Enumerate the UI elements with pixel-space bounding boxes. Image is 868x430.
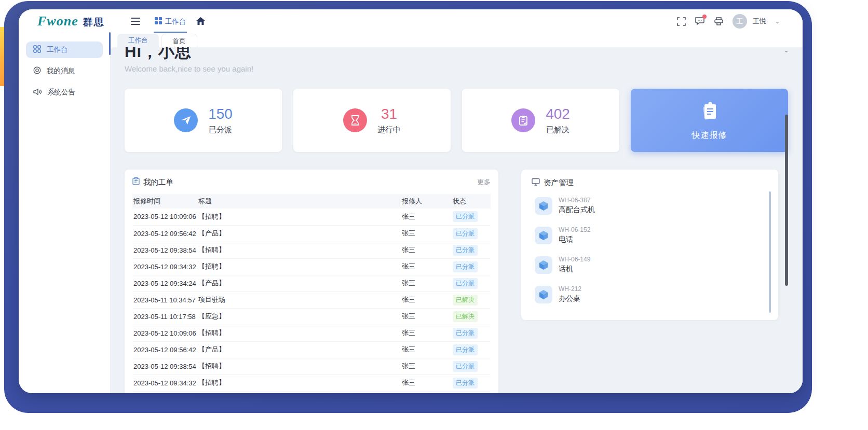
asset-list-item[interactable]: WH-06-152 电话: [528, 220, 771, 250]
asset-code: WH-212: [559, 285, 581, 293]
cube-icon: [535, 256, 552, 274]
asset-code: WH-06-152: [559, 226, 590, 233]
quick-repair-label: 快速报修: [692, 130, 727, 141]
order-time: 2023-05-12 09:34:32: [132, 258, 197, 275]
sidebar-item-label: 我的消息: [47, 66, 75, 76]
asset-code: WH-06-149: [559, 256, 590, 263]
stat-card-resolved[interactable]: 402 已解决: [462, 89, 619, 152]
order-time: 2023-05-12 09:38:54: [132, 242, 197, 258]
clipboard-icon: [132, 177, 140, 187]
main-scrollbar[interactable]: [785, 115, 788, 286]
order-time: 2023-05-12 09:56:42: [132, 341, 197, 358]
avatar-initial: 王: [736, 17, 743, 26]
table-row[interactable]: 2023-05-11 10:17:58 【应急】 张三 已解决: [132, 308, 491, 325]
hamburger-icon[interactable]: [131, 18, 140, 25]
header-right-cluster: 王 王悦 ⌄: [677, 14, 780, 29]
sidebar-item-messages[interactable]: 我的消息: [26, 63, 103, 79]
table-row[interactable]: 2023-05-12 09:38:54 【招聘】 张三 已分派: [132, 358, 491, 374]
order-reporter: 张三: [401, 358, 452, 374]
order-reporter: 张三: [401, 225, 452, 242]
order-reporter: 张三: [401, 292, 452, 308]
order-title: 【招聘】: [197, 258, 401, 275]
status-badge: 已解决: [453, 311, 478, 322]
status-badge: 已分派: [453, 211, 478, 222]
assets-title: 资产管理: [544, 178, 574, 188]
brand-logo-en: Fwone: [37, 13, 78, 29]
cube-icon: [535, 227, 552, 244]
col-reporter: 报修人: [401, 194, 452, 209]
username-label[interactable]: 王悦: [753, 17, 766, 26]
order-time: 2023-05-12 09:34:24: [132, 275, 197, 292]
table-row[interactable]: 2023-05-12 09:34:24 【产品】 张三 已分派: [132, 391, 491, 393]
order-reporter: 张三: [401, 209, 452, 225]
chevron-down-icon[interactable]: ⌄: [783, 47, 789, 54]
order-title: 【应急】: [197, 308, 401, 325]
asset-name: 高配台式机: [559, 205, 595, 215]
grid-icon: [33, 45, 41, 54]
asset-list-item[interactable]: WH-212 办公桌: [528, 280, 771, 309]
work-order-rows: 2023-05-12 10:09:06 【招聘】 张三 已分派 2023-05-…: [132, 209, 491, 393]
table-row[interactable]: 2023-05-12 09:34:32 【招聘】 张三 已分派: [132, 258, 491, 275]
table-header-row: 报修时间 标题 报修人 状态: [132, 194, 491, 209]
repair-note-icon: [699, 100, 721, 125]
screenshot-stage: Fwone 群思 工作台: [0, 0, 868, 430]
chevron-down-icon[interactable]: ⌄: [775, 18, 780, 25]
order-reporter: 张三: [401, 242, 452, 258]
hourglass-icon: [343, 108, 367, 132]
fullscreen-icon[interactable]: [677, 17, 686, 26]
order-title: 【招聘】: [197, 242, 401, 258]
chat-icon[interactable]: [695, 17, 705, 26]
stat-value: 31: [381, 106, 397, 122]
greeting-subtitle: Welcome back,nice to see you again!: [125, 64, 788, 73]
table-row[interactable]: 2023-05-12 10:09:06 【招聘】 张三 已分派: [132, 325, 491, 341]
home-icon[interactable]: [196, 17, 205, 25]
order-reporter: 张三: [401, 258, 452, 275]
stat-card-assigned[interactable]: 150 已分派: [125, 89, 282, 152]
table-row[interactable]: 2023-05-12 09:56:42 【产品】 张三 已分派: [132, 341, 491, 358]
sidebar-item-announcements[interactable]: 系统公告: [26, 84, 103, 101]
table-row[interactable]: 2023-05-12 09:34:32 【招聘】 张三 已分派: [132, 374, 491, 391]
brand-logo-cn: 群思: [83, 16, 105, 29]
table-row[interactable]: 2023-05-12 09:34:24 【产品】 张三 已分派: [132, 275, 491, 292]
table-row[interactable]: 2023-05-12 09:38:54 【招聘】 张三 已分派: [132, 242, 491, 258]
cube-icon: [535, 197, 552, 215]
order-title: 【产品】: [197, 225, 401, 242]
table-row[interactable]: 2023-05-11 10:34:57 项目驻场 张三 已解决: [132, 292, 491, 308]
asset-scrollbar[interactable]: [769, 191, 771, 313]
clipboard-check-icon: [511, 108, 535, 132]
printer-icon[interactable]: [714, 17, 724, 26]
asset-list-item[interactable]: WH-06-387 高配台式机: [528, 191, 771, 220]
order-time: 2023-05-12 09:34:24: [132, 391, 197, 393]
stat-label: 已解决: [546, 125, 569, 135]
work-orders-table: 报修时间 标题 报修人 状态 2023-05-12 10:09:06 【招聘】 …: [132, 194, 491, 393]
stat-value: 402: [546, 106, 570, 122]
quick-repair-button[interactable]: 快速报修: [631, 89, 788, 152]
app-body: 工作台 我的消息: [19, 33, 803, 393]
order-title: 【招聘】: [197, 358, 401, 374]
greeting-block: Hi，小思 Welcome back,nice to see you again…: [125, 47, 788, 73]
sidebar-divider: [109, 32, 111, 55]
brand-logo[interactable]: Fwone 群思: [37, 13, 105, 29]
stat-card-inprogress[interactable]: 31 进行中: [293, 89, 451, 152]
asset-list-item[interactable]: WH-06-149 话机: [528, 250, 771, 280]
tab-workbench[interactable]: 工作台: [117, 34, 159, 47]
sidebar-item-workbench[interactable]: 工作台: [26, 41, 103, 58]
stat-label: 进行中: [377, 125, 401, 135]
monitor-icon: [532, 178, 540, 188]
avatar[interactable]: 王: [733, 14, 747, 29]
order-reporter: 张三: [401, 275, 452, 292]
order-reporter: 张三: [401, 341, 452, 358]
panels-row: 我的工单 更多 报修时间 标题 报修人: [125, 170, 788, 393]
tab-strip: 工作台 首页: [110, 33, 803, 47]
tab-home[interactable]: 首页: [161, 34, 197, 47]
order-time: 2023-05-12 10:09:06: [132, 325, 197, 341]
assets-panel: 资产管理 WH-06-387 高配台式机 WH-0: [521, 170, 778, 320]
table-row[interactable]: 2023-05-12 10:09:06 【招聘】 张三 已分派: [132, 209, 491, 225]
sidebar-item-label: 系统公告: [47, 88, 75, 97]
asset-code: WH-06-387: [559, 197, 595, 204]
table-row[interactable]: 2023-05-12 09:56:42 【产品】 张三 已分派: [132, 225, 491, 242]
work-orders-panel: 我的工单 更多 报修时间 标题 报修人: [125, 170, 498, 393]
topnav-workbench[interactable]: 工作台: [154, 10, 187, 33]
status-badge: 已分派: [453, 245, 478, 256]
more-link[interactable]: 更多: [477, 177, 491, 187]
